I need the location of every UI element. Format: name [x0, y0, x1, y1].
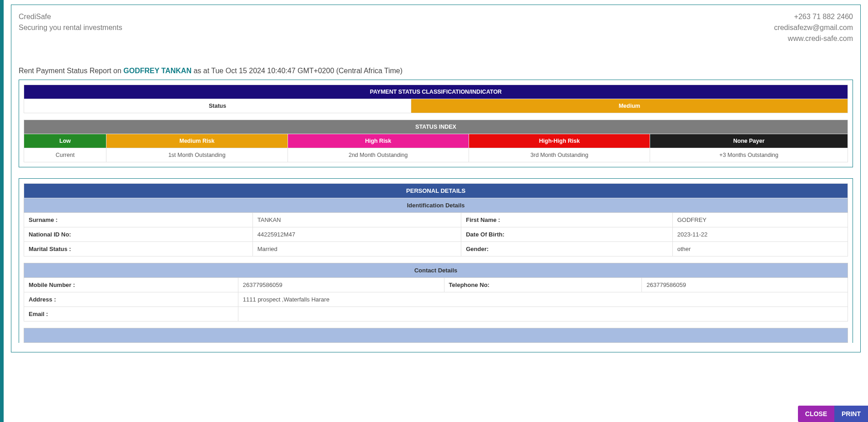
personal-details-panel: PERSONAL DETAILS Identification Details …: [19, 178, 853, 343]
contact-details-header: Contact Details: [24, 263, 848, 278]
status-index-desc: 2nd Month Outstanding: [288, 148, 469, 162]
firstname-value: GODFREY: [672, 213, 848, 227]
gender-label: Gender:: [461, 242, 672, 256]
status-panel: PAYMENT STATUS CLASSIFICATION/INDICATOR …: [19, 80, 853, 167]
report-subject-name: GODFREY TANKAN: [123, 67, 192, 75]
dob-label: Date Of Birth:: [461, 227, 672, 242]
next-section-table: [24, 328, 848, 343]
marital-label: Marital Status :: [24, 242, 253, 256]
status-index-desc: 3rd Month Outstanding: [469, 148, 650, 162]
contact-block: +263 71 882 2460 credisafezw@gmail.com w…: [774, 11, 853, 44]
dob-value: 2023-11-22: [672, 227, 848, 242]
personal-details-table: PERSONAL DETAILS Identification Details …: [24, 183, 848, 256]
mobile-value: 263779586059: [238, 278, 444, 292]
nationalid-value: 44225912M47: [252, 227, 461, 242]
report-header: CrediSafe Securing you rental investment…: [19, 11, 853, 44]
company-website: www.credi-safe.com: [774, 33, 853, 44]
next-section-header: [24, 328, 848, 343]
address-value: 1111 prospect ,Waterfalls Harare: [238, 292, 848, 307]
status-index-desc: 1st Month Outstanding: [106, 148, 288, 162]
address-label: Address :: [24, 292, 238, 307]
telephone-value: 263779586059: [642, 278, 848, 292]
status-index-desc: +3 Months Outstanding: [650, 148, 848, 162]
brand-tagline: Securing you rental investments: [19, 22, 122, 33]
status-label: Status: [24, 99, 411, 113]
status-value: Medium: [411, 99, 848, 113]
company-phone: +263 71 882 2460: [774, 11, 853, 22]
identification-details-header: Identification Details: [24, 198, 848, 213]
email-value: [238, 307, 848, 322]
nationalid-label: National ID No:: [24, 227, 253, 242]
status-index-table: STATUS INDEX LowMedium RiskHigh RiskHigh…: [24, 120, 848, 162]
surname-label: Surname :: [24, 213, 253, 227]
status-index-level: None Payer: [650, 134, 848, 148]
brand-block: CrediSafe Securing you rental investment…: [19, 11, 122, 44]
company-email: credisafezw@gmail.com: [774, 22, 853, 33]
personal-details-header: PERSONAL DETAILS: [24, 184, 848, 198]
surname-value: TANKAN: [252, 213, 461, 227]
status-classification-table: PAYMENT STATUS CLASSIFICATION/INDICATOR …: [24, 85, 848, 113]
telephone-label: Telephone No:: [444, 278, 642, 292]
report-container: CrediSafe Securing you rental investment…: [11, 5, 861, 352]
status-index-level: Medium Risk: [106, 134, 288, 148]
contact-details-table: Contact Details Mobile Number : 26377958…: [24, 263, 848, 322]
marital-value: Married: [252, 242, 461, 256]
status-table-header: PAYMENT STATUS CLASSIFICATION/INDICATOR: [24, 85, 848, 99]
status-index-desc: Current: [24, 148, 106, 162]
status-index-header: STATUS INDEX: [24, 120, 848, 134]
report-title: Rent Payment Status Report on GODFREY TA…: [19, 67, 853, 75]
firstname-label: First Name :: [461, 213, 672, 227]
brand-name: CrediSafe: [19, 11, 122, 22]
mobile-label: Mobile Number :: [24, 278, 238, 292]
report-title-prefix: Rent Payment Status Report on: [19, 67, 123, 75]
status-index-level: High Risk: [288, 134, 469, 148]
gender-value: other: [672, 242, 848, 256]
status-index-level: High-High Risk: [469, 134, 650, 148]
report-title-suffix: as at Tue Oct 15 2024 10:40:47 GMT+0200 …: [193, 67, 402, 75]
left-accent-strip: [0, 0, 4, 380]
status-index-level: Low: [24, 134, 106, 148]
email-label: Email :: [24, 307, 238, 322]
